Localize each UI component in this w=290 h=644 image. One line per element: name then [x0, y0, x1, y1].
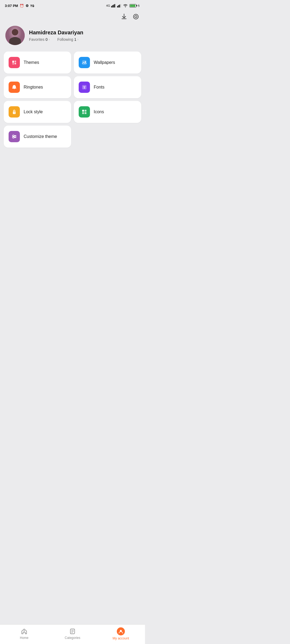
svg-rect-4	[117, 6, 118, 8]
profile-section: Hamidreza Davariyan Favorites 0 › Follow…	[0, 22, 145, 50]
svg-rect-13	[12, 63, 14, 64]
svg-rect-5	[118, 5, 119, 8]
charging-icon	[137, 4, 140, 8]
svg-point-9	[135, 16, 137, 18]
signal-icon-2	[117, 4, 122, 8]
grid-item-themes[interactable]: Themes	[4, 52, 71, 74]
svg-rect-21	[85, 110, 86, 112]
svg-rect-0	[111, 6, 112, 8]
status-bar: 3:07 PM ⏰ ⚙ ۲۵ 4G	[0, 0, 145, 10]
fonts-icon: T	[79, 82, 90, 93]
ringtones-label: Ringtones	[24, 85, 43, 90]
svg-rect-6	[119, 5, 120, 8]
profile-stats: Favorites 0 › Following 1 ›	[29, 37, 83, 42]
svg-rect-2	[113, 5, 114, 8]
svg-point-29	[13, 137, 14, 138]
svg-rect-23	[85, 112, 86, 114]
grid-item-customize[interactable]: Customize theme	[4, 126, 71, 148]
signal-icon	[111, 4, 116, 8]
svg-point-27	[13, 135, 14, 136]
status-notif-count: ۲۵	[30, 4, 34, 8]
svg-point-19	[14, 112, 15, 113]
lockstyle-label: Lock style	[24, 109, 43, 114]
wallpapers-icon	[79, 57, 90, 68]
svg-point-28	[15, 136, 16, 137]
svg-rect-14	[82, 60, 86, 65]
status-settings-icon: ⚙	[26, 4, 29, 8]
header-icons	[0, 10, 145, 22]
favorites-stat[interactable]: Favorites 0 ›	[29, 37, 50, 42]
status-4g: 4G	[106, 4, 110, 7]
profile-info: Hamidreza Davariyan Favorites 0 › Follow…	[29, 30, 83, 42]
customize-label: Customize theme	[24, 134, 57, 139]
grid-item-wallpapers[interactable]: Wallpapers	[74, 52, 141, 74]
battery-icon	[129, 4, 136, 8]
svg-point-15	[85, 61, 86, 62]
status-right: 4G	[106, 4, 140, 8]
following-label: Following	[57, 37, 73, 42]
wifi-icon	[123, 4, 128, 8]
ringtones-icon	[9, 82, 20, 93]
following-stat[interactable]: Following 1 ›	[57, 37, 78, 42]
svg-rect-10	[12, 61, 14, 63]
favorites-count: 0	[46, 37, 48, 42]
grid-item-icons[interactable]: Icons	[74, 101, 141, 123]
svg-rect-20	[82, 110, 84, 112]
icons-label: Icons	[94, 109, 104, 114]
grid-container: Themes Wallpapers Ringtones T	[0, 50, 145, 150]
status-time: 3:07 PM	[5, 4, 18, 8]
following-chevron: ›	[77, 38, 78, 41]
fonts-label: Fonts	[94, 85, 104, 90]
svg-rect-22	[82, 112, 84, 114]
svg-text:T: T	[83, 85, 86, 89]
themes-label: Themes	[24, 60, 39, 65]
themes-icon	[9, 57, 20, 68]
svg-rect-12	[15, 63, 16, 64]
favorites-label: Favorites	[29, 37, 45, 42]
wallpapers-label: Wallpapers	[94, 60, 115, 65]
status-left: 3:07 PM ⏰ ⚙ ۲۵	[5, 4, 34, 8]
svg-rect-11	[15, 61, 16, 62]
grid-item-ringtones[interactable]: Ringtones	[4, 76, 71, 98]
grid-item-fonts[interactable]: T Fonts	[74, 76, 141, 98]
svg-rect-7	[120, 4, 121, 8]
favorites-chevron: ›	[49, 38, 50, 41]
avatar	[5, 26, 25, 45]
settings-button[interactable]	[132, 13, 140, 20]
customize-icon	[9, 131, 20, 142]
following-count: 1	[74, 37, 77, 42]
grid-item-lockstyle[interactable]: Lock style	[4, 101, 71, 123]
svg-rect-1	[112, 5, 113, 8]
download-button[interactable]	[120, 13, 128, 20]
icons-icon	[79, 106, 90, 118]
lockstyle-icon	[9, 106, 20, 118]
status-alarm-icon: ⏰	[20, 4, 24, 8]
svg-rect-3	[114, 4, 115, 8]
profile-name: Hamidreza Davariyan	[29, 30, 83, 36]
svg-point-8	[133, 14, 138, 19]
